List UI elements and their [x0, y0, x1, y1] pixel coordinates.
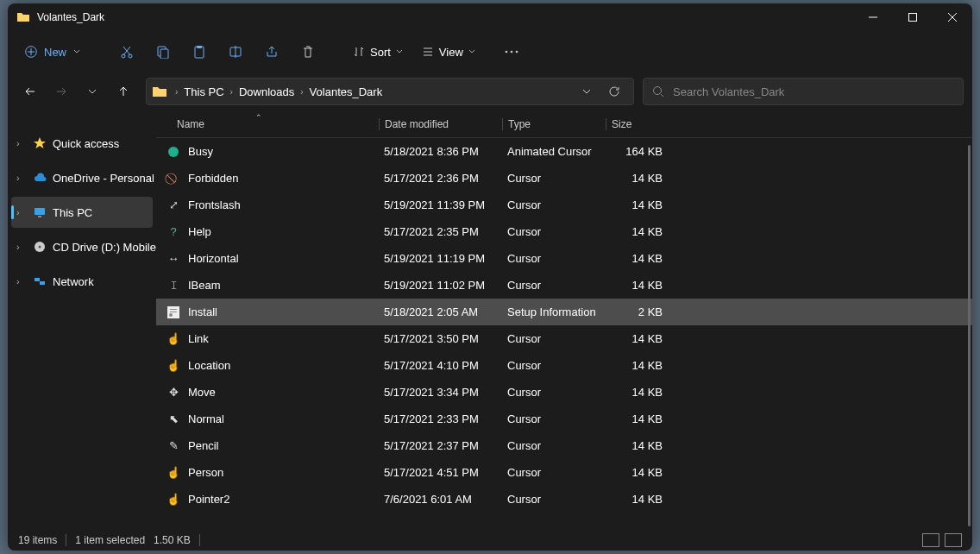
- file-row[interactable]: 𝙸IBeam5/19/2021 11:02 PMCursor14 KB: [156, 272, 972, 299]
- chevron-right-icon[interactable]: ›: [16, 173, 27, 183]
- chevron-right-icon[interactable]: ›: [173, 87, 180, 97]
- refresh-button[interactable]: [600, 78, 628, 105]
- rename-button[interactable]: [218, 36, 253, 67]
- titlebar[interactable]: Volantes_Dark: [8, 3, 972, 31]
- file-name: Help: [188, 225, 211, 238]
- copy-button[interactable]: [146, 36, 180, 67]
- file-size: 14 KB: [606, 439, 671, 452]
- paste-icon: [192, 45, 206, 59]
- file-size: 164 KB: [606, 145, 671, 158]
- file-size: 14 KB: [606, 198, 671, 211]
- plus-circle-icon: [25, 46, 37, 58]
- file-name: Pointer2: [188, 493, 229, 506]
- file-list: Busy5/18/2021 8:36 PMAnimated Cursor164 …: [156, 138, 972, 530]
- svg-rect-21: [170, 309, 177, 310]
- file-row[interactable]: ↔Horizontal5/19/2021 11:19 PMCursor14 KB: [156, 245, 972, 272]
- sidebar-item-network[interactable]: ›Network: [8, 266, 156, 297]
- more-button[interactable]: [494, 36, 529, 67]
- tiles-view-button[interactable]: [945, 533, 962, 547]
- svg-point-23: [169, 313, 173, 317]
- column-headers: Name⌃ Date modified Type Size: [156, 110, 972, 138]
- file-size: 14 KB: [606, 466, 671, 479]
- paste-button[interactable]: [182, 36, 217, 67]
- file-row[interactable]: Busy5/18/2021 8:36 PMAnimated Cursor164 …: [156, 138, 972, 165]
- file-row[interactable]: ☝Person5/17/2021 4:51 PMCursor14 KB: [156, 459, 972, 486]
- column-size[interactable]: Size: [606, 118, 671, 130]
- chevron-down-icon: [396, 48, 403, 55]
- file-row[interactable]: ⤢Frontslash5/19/2021 11:39 PMCursor14 KB: [156, 192, 972, 218]
- file-row[interactable]: ?Help5/17/2021 2:35 PMCursor14 KB: [156, 218, 972, 245]
- sidebar: ›Quick access›OneDrive - Personal›This P…: [8, 110, 156, 530]
- scrollbar[interactable]: [968, 145, 971, 526]
- address-bar[interactable]: › This PC › Downloads › Volantes_Dark: [146, 78, 634, 105]
- column-name[interactable]: Name⌃: [156, 118, 379, 130]
- chevron-right-icon[interactable]: ›: [16, 242, 27, 252]
- new-button[interactable]: New: [15, 41, 91, 64]
- file-name: Horizontal: [188, 252, 239, 265]
- arrow-right-icon: [55, 85, 67, 98]
- chevron-right-icon[interactable]: ›: [16, 276, 27, 286]
- sidebar-item-onedrive-personal[interactable]: ›OneDrive - Personal: [8, 162, 156, 193]
- sidebar-icon: [33, 171, 47, 185]
- file-row[interactable]: ⃠Forbidden5/17/2021 2:36 PMCursor14 KB: [156, 165, 972, 192]
- sort-menu[interactable]: Sort: [344, 46, 411, 59]
- file-name: Move: [188, 386, 216, 399]
- search-placeholder: Search Volantes_Dark: [673, 85, 784, 98]
- minimize-button[interactable]: [853, 3, 893, 31]
- svg-rect-17: [35, 278, 40, 281]
- file-date: 5/19/2021 11:02 PM: [379, 279, 502, 292]
- breadcrumb[interactable]: This PC: [180, 85, 227, 98]
- file-row[interactable]: ☝Pointer27/6/2021 6:01 AMCursor14 KB: [156, 486, 972, 513]
- chevron-right-icon[interactable]: ›: [16, 207, 27, 217]
- refresh-icon: [608, 85, 620, 98]
- up-button[interactable]: [110, 78, 137, 105]
- chevron-right-icon[interactable]: ›: [228, 87, 236, 97]
- column-type[interactable]: Type: [502, 118, 606, 130]
- search-box[interactable]: Search Volantes_Dark: [643, 78, 964, 105]
- file-row[interactable]: Install5/18/2021 2:05 AMSetup Informatio…: [156, 299, 972, 325]
- trash-icon: [301, 45, 315, 59]
- file-type: Cursor: [502, 386, 606, 399]
- file-size: 14 KB: [606, 279, 671, 292]
- breadcrumb[interactable]: Downloads: [236, 85, 298, 98]
- file-row[interactable]: ☝Location5/17/2021 4:10 PMCursor14 KB: [156, 352, 972, 379]
- recent-button[interactable]: [79, 78, 106, 105]
- close-button[interactable]: [933, 3, 972, 31]
- file-date: 5/17/2021 4:10 PM: [379, 359, 502, 372]
- sidebar-item-quick-access[interactable]: ›Quick access: [8, 128, 156, 159]
- maximize-button[interactable]: [893, 3, 933, 31]
- file-row[interactable]: ⬉Normal5/17/2021 2:33 PMCursor14 KB: [156, 406, 972, 432]
- forward-button[interactable]: [47, 78, 75, 105]
- file-row[interactable]: ☝Link5/17/2021 3:50 PMCursor14 KB: [156, 325, 972, 352]
- file-type: Cursor: [502, 466, 606, 479]
- file-row[interactable]: ✎Pencil5/17/2021 2:37 PMCursor14 KB: [156, 432, 972, 459]
- file-icon: ☝: [166, 466, 180, 480]
- svg-rect-5: [160, 49, 168, 59]
- back-button[interactable]: [16, 78, 44, 105]
- sidebar-item-cd-drive-d-mobile[interactable]: ›CD Drive (D:) Mobile: [8, 231, 156, 262]
- chevron-right-icon[interactable]: ›: [16, 138, 27, 148]
- folder-icon: [152, 85, 167, 98]
- breadcrumb[interactable]: Volantes_Dark: [306, 85, 386, 98]
- svg-rect-13: [35, 208, 45, 215]
- file-type: Setup Information: [502, 305, 606, 318]
- share-icon: [265, 45, 279, 59]
- file-type: Cursor: [502, 332, 606, 345]
- sidebar-icon: [33, 205, 47, 219]
- delete-button[interactable]: [291, 36, 325, 67]
- file-name: Location: [188, 359, 230, 372]
- sidebar-item-this-pc[interactable]: ›This PC: [11, 197, 153, 228]
- cut-button[interactable]: [110, 36, 144, 67]
- folder-icon: [16, 10, 30, 24]
- file-name: IBeam: [188, 279, 221, 292]
- file-icon: ⬉: [166, 412, 180, 426]
- share-button[interactable]: [254, 36, 289, 67]
- column-date[interactable]: Date modified: [379, 118, 502, 130]
- file-row[interactable]: ✥Move5/17/2021 3:34 PMCursor14 KB: [156, 379, 972, 406]
- chevron-right-icon[interactable]: ›: [298, 87, 305, 97]
- address-dropdown[interactable]: [573, 78, 600, 105]
- svg-point-19: [168, 147, 179, 157]
- svg-rect-14: [38, 216, 41, 217]
- details-view-button[interactable]: [922, 533, 939, 547]
- view-menu[interactable]: View: [413, 46, 484, 59]
